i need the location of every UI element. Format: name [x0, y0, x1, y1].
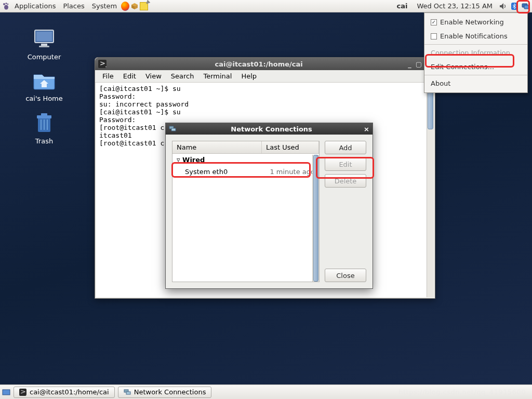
checkbox-checked-icon: [431, 19, 437, 25]
svg-rect-14: [39, 46, 49, 47]
svg-point-2: [7, 3, 9, 5]
top-panel: Applications Places System cai Wed Oct 2…: [0, 0, 532, 12]
terminal-menubar: File Edit View Search Terminal Help: [95, 70, 435, 83]
edit-button[interactable]: Edit: [325, 157, 366, 171]
list-scrollbar[interactable]: [312, 155, 319, 282]
desktop-icon-home[interactable]: cai's Home: [23, 68, 65, 102]
menu-search[interactable]: Search: [167, 71, 198, 81]
task-terminal[interactable]: >_ cai@itcast01:/home/cai: [14, 387, 115, 398]
group-wired[interactable]: Wired: [172, 154, 319, 166]
network-menu: Enable Networking Enable Notifications C…: [424, 12, 528, 93]
network-connections-dialog: Network Connections × Name Last Used Wir…: [165, 123, 373, 289]
delete-button[interactable]: Delete: [325, 174, 366, 188]
menu-connection-info: Connection Information: [424, 46, 527, 60]
svg-text:>_: >_: [20, 389, 26, 395]
menu-terminal[interactable]: Terminal: [199, 71, 236, 81]
checkbox-unchecked-icon: [431, 33, 437, 39]
gnome-foot-icon: [2, 2, 10, 10]
terminal-titlebar[interactable]: >_ cai@itcast01:/home/cai _ ▢ ×: [95, 58, 435, 70]
close-button[interactable]: Close: [325, 269, 366, 282]
terminal-title: cai@itcast01:/home/cai: [110, 60, 408, 68]
svg-point-3: [4, 5, 8, 9]
scrollbar-thumb[interactable]: [313, 155, 318, 282]
col-name[interactable]: Name: [172, 141, 262, 153]
menu-edit-connections[interactable]: Edit Connections...: [424, 60, 527, 74]
show-desktop-icon[interactable]: [2, 388, 10, 396]
minimize-button[interactable]: _: [408, 60, 411, 68]
svg-rect-29: [126, 392, 130, 394]
label: Computer: [23, 53, 65, 61]
menu-edit[interactable]: Edit: [119, 71, 140, 81]
list-header: Name Last Used: [172, 141, 319, 154]
menu-file[interactable]: File: [98, 71, 118, 81]
menu-about[interactable]: About: [424, 76, 527, 90]
svg-rect-24: [171, 128, 176, 131]
label: cai's Home: [23, 95, 65, 102]
svg-rect-10: [524, 5, 529, 9]
menu-enable-notifications[interactable]: Enable Notifications: [424, 29, 527, 43]
network-manager-icon[interactable]: [522, 2, 530, 10]
label: Connection Information: [431, 49, 510, 57]
label: Enable Notifications: [440, 32, 508, 40]
svg-point-1: [6, 3, 7, 4]
task-network-connections[interactable]: Network Connections: [118, 387, 212, 398]
svg-rect-13: [41, 44, 47, 46]
svg-text:>_: >_: [100, 60, 107, 68]
col-last-used[interactable]: Last Used: [262, 141, 319, 153]
dialog-title: Network Connections: [179, 125, 364, 133]
svg-point-0: [3, 3, 5, 5]
row-name: System eth0: [185, 168, 262, 176]
desktop-icon-computer[interactable]: Computer: [23, 26, 65, 61]
bluetooth-icon[interactable]: [510, 2, 518, 10]
svg-rect-17: [41, 113, 47, 116]
user-indicator[interactable]: cai: [393, 1, 410, 11]
label: Enable Networking: [440, 18, 504, 26]
svg-rect-12: [36, 32, 52, 41]
svg-marker-7: [500, 3, 503, 9]
network-icon: [169, 125, 176, 132]
firefox-icon[interactable]: [121, 2, 129, 10]
menu-enable-networking[interactable]: Enable Networking: [424, 15, 527, 29]
row-last-used: 1 minute ago: [262, 168, 315, 176]
connections-list: Name Last Used Wired System eth0 1 minut…: [172, 141, 320, 282]
desktop-icon-trash[interactable]: Trash: [23, 110, 65, 145]
add-button[interactable]: Add: [325, 141, 366, 154]
menu-help[interactable]: Help: [237, 71, 261, 81]
menu-system[interactable]: System: [89, 1, 120, 11]
connection-row[interactable]: System eth0 1 minute ago: [172, 166, 319, 178]
label: Trash: [23, 137, 65, 145]
maximize-button[interactable]: ▢: [416, 60, 422, 68]
task-label: cai@itcast01:/home/cai: [30, 388, 109, 396]
volume-icon[interactable]: [499, 2, 507, 10]
menu-separator: [424, 75, 527, 75]
label: About: [431, 79, 450, 87]
clock[interactable]: Wed Oct 23, 12:15 AM: [414, 1, 496, 11]
menu-places[interactable]: Places: [60, 1, 87, 11]
package-icon[interactable]: [130, 2, 139, 10]
label: Edit Connections...: [431, 63, 494, 71]
menu-view[interactable]: View: [141, 71, 166, 81]
dialog-titlebar[interactable]: Network Connections ×: [166, 123, 373, 135]
dialog-close-button[interactable]: ×: [364, 125, 369, 133]
task-label: Network Connections: [134, 388, 206, 396]
terminal-scrollbar[interactable]: [427, 83, 434, 297]
menu-separator: [424, 44, 527, 45]
watermark: https://blog.csdn.net/qq_41915600: [398, 388, 526, 396]
note-icon[interactable]: [140, 2, 148, 10]
svg-rect-25: [3, 390, 10, 395]
menu-applications[interactable]: Applications: [11, 1, 59, 11]
terminal-icon: >_: [98, 60, 107, 68]
